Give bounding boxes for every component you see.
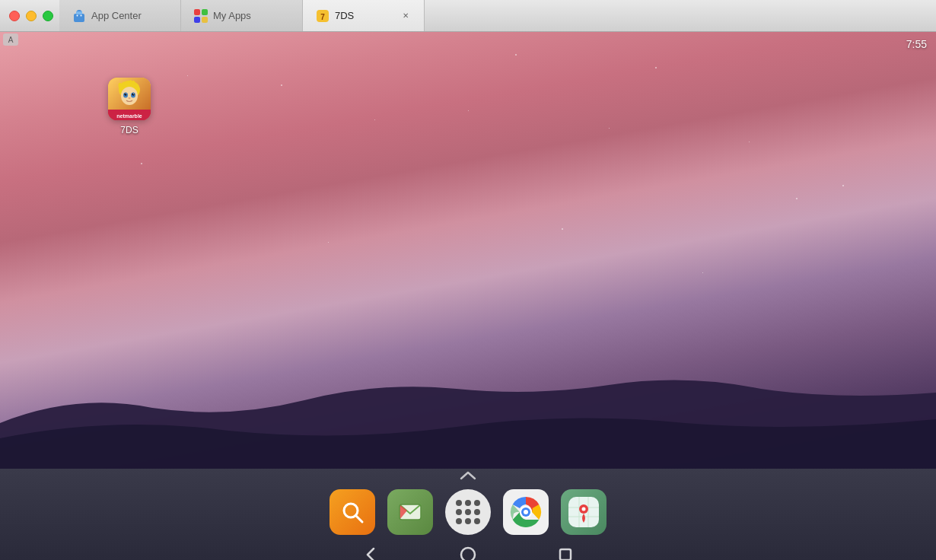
search-icon [339, 498, 366, 526]
tab-close-button[interactable]: ✕ [400, 10, 412, 22]
desktop-app-7ds[interactable]: netmarble 7DS [99, 78, 160, 135]
keyboard-indicator: A [3, 33, 18, 46]
dock-search-button[interactable] [330, 489, 375, 535]
traffic-lights [0, 11, 53, 21]
nav-bar [0, 538, 936, 560]
tab-my-apps[interactable]: My Apps [181, 0, 303, 31]
7ds-icon-label: 7DS [120, 125, 138, 135]
svg-point-18 [126, 94, 126, 94]
minimize-button[interactable] [26, 11, 37, 21]
app-center-icon [72, 8, 87, 24]
tab-7ds-label: 7DS [335, 10, 354, 21]
home-button[interactable] [457, 544, 479, 560]
tab-my-apps-label: My Apps [213, 10, 251, 21]
dock-maps-button[interactable] [561, 489, 606, 535]
tab-app-center[interactable]: App Center [59, 0, 181, 31]
svg-point-39 [582, 508, 586, 511]
7ds-app-icon: netmarble [108, 78, 151, 120]
svg-rect-0 [74, 14, 84, 22]
tab-7ds[interactable]: 7 7DS ✕ [303, 0, 425, 31]
show-more-button[interactable] [454, 468, 482, 483]
svg-rect-6 [194, 17, 200, 23]
dock-chrome-button[interactable] [503, 489, 549, 535]
my-apps-icon [193, 8, 209, 24]
mountains-decoration [0, 347, 936, 469]
svg-point-40 [461, 548, 475, 560]
dock [0, 483, 936, 538]
svg-rect-1 [76, 11, 82, 14]
titlebar: App Center My Apps 7 7DS [0, 0, 936, 32]
maps-icon [567, 495, 600, 529]
chrome-icon [509, 495, 543, 529]
svg-point-2 [77, 14, 78, 16]
files-icon [396, 498, 424, 526]
maximize-button[interactable] [43, 11, 53, 21]
svg-rect-5 [202, 9, 208, 15]
tab-bar: App Center My Apps 7 7DS [59, 0, 425, 31]
7ds-tab-icon: 7 [315, 8, 330, 24]
back-button[interactable] [360, 544, 381, 560]
recents-button[interactable] [555, 544, 576, 560]
desktop: 7:55 [0, 32, 936, 469]
svg-point-20 [129, 97, 131, 99]
dock-drawer-button[interactable] [445, 489, 491, 535]
tab-app-center-label: App Center [91, 10, 142, 21]
svg-line-26 [356, 516, 363, 523]
svg-rect-41 [560, 549, 571, 560]
svg-rect-7 [202, 17, 208, 23]
svg-text:7: 7 [320, 13, 325, 21]
clock: 7:55 [906, 38, 927, 50]
bottom-bar [0, 469, 936, 560]
dock-files-button[interactable] [387, 489, 433, 535]
dots-grid [456, 500, 480, 524]
svg-point-16 [125, 94, 127, 96]
svg-text:netmarble: netmarble [116, 113, 142, 119]
close-button[interactable] [9, 11, 20, 21]
svg-point-19 [133, 94, 134, 94]
svg-rect-4 [194, 9, 200, 15]
svg-point-3 [81, 14, 82, 16]
svg-point-32 [524, 510, 528, 514]
svg-point-17 [132, 94, 135, 96]
